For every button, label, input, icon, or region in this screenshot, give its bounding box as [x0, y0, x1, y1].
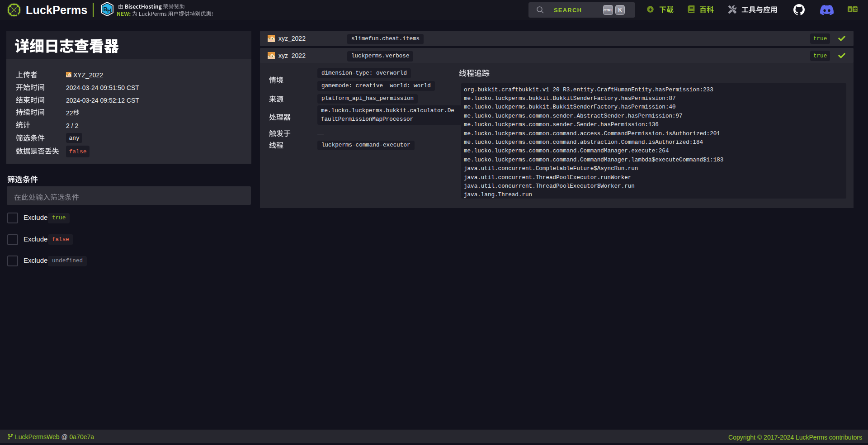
svg-text:H: H — [107, 7, 111, 14]
